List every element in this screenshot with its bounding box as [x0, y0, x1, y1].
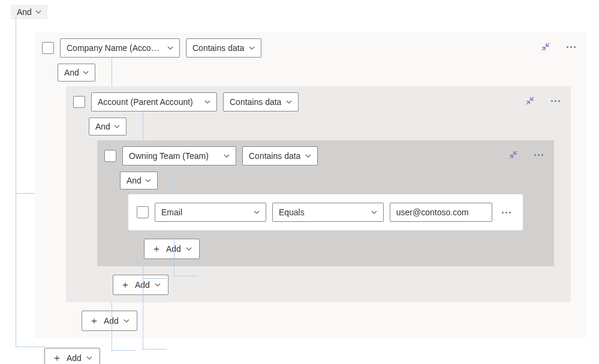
card-actions-level1 — [537, 38, 579, 55]
plus-icon: ＋ — [121, 280, 130, 290]
plus-icon: ＋ — [89, 316, 99, 326]
group-operator-dropdown[interactable]: And — [120, 172, 158, 189]
chevron-down-icon — [145, 178, 151, 183]
add-button[interactable]: ＋ Add — [44, 348, 100, 364]
field-dropdown[interactable]: Owning Team (Team) — [122, 146, 236, 166]
connector-line — [143, 349, 167, 350]
condition-row-level4: Email Equals user@contoso.com — [137, 203, 514, 222]
row-checkbox[interactable] — [42, 42, 54, 54]
group-operator-label: And — [64, 68, 79, 77]
root-operator-label: And — [17, 7, 32, 17]
chevron-down-icon — [155, 282, 161, 288]
condition-row-level2: Account (Parent Account) Contains data — [73, 92, 564, 112]
group-operator-dropdown[interactable]: And — [89, 118, 127, 136]
connector-line — [16, 347, 46, 347]
group-operator-label: And — [127, 176, 142, 185]
more-icon — [551, 100, 560, 102]
connector-line — [16, 17, 16, 347]
row-checkbox[interactable] — [73, 96, 85, 108]
chevron-down-icon — [305, 153, 311, 159]
chevron-down-icon — [224, 153, 230, 159]
more-icon — [567, 46, 576, 48]
condition-label: Contains data — [192, 43, 244, 53]
condition-label: Contains data — [249, 151, 300, 161]
add-label: Add — [67, 353, 82, 363]
condition-dropdown[interactable]: Contains data — [242, 146, 318, 166]
chevron-down-icon — [35, 9, 41, 15]
chevron-down-icon — [286, 99, 292, 105]
condition-dropdown[interactable]: Contains data — [223, 92, 299, 112]
connector-line — [16, 193, 35, 194]
more-button[interactable] — [547, 92, 564, 109]
chevron-down-icon — [254, 209, 260, 215]
chevron-down-icon — [124, 318, 130, 324]
chevron-down-icon — [204, 99, 210, 105]
add-row-level1: ＋ Add — [82, 311, 579, 331]
condition-label: Contains data — [230, 97, 281, 107]
value-text: user@contoso.com — [396, 207, 469, 217]
field-dropdown[interactable]: Email — [155, 203, 266, 222]
condition-card-level4: Email Equals user@contoso.com — [128, 194, 523, 230]
group-operator-label: And — [95, 122, 110, 131]
chevron-down-icon — [114, 124, 120, 130]
root-operator-dropdown[interactable]: And — [11, 5, 47, 19]
chevron-down-icon — [249, 45, 255, 51]
group-card-level3: Owning Team (Team) Contains data And — [97, 140, 554, 266]
operator-label: Equals — [279, 207, 305, 217]
row-checkbox[interactable] — [137, 206, 149, 218]
group-operator-dropdown[interactable]: And — [58, 64, 95, 82]
card-actions-level2 — [522, 92, 564, 109]
collapse-icon[interactable] — [537, 38, 554, 55]
more-icon — [534, 154, 543, 156]
row-checkbox[interactable] — [104, 150, 116, 162]
filter-builder: And Company Name (Accou... Contains data — [0, 0, 599, 364]
connector-line — [112, 350, 136, 351]
chevron-down-icon — [371, 209, 377, 215]
chevron-down-icon — [186, 246, 192, 252]
card-actions-level3 — [505, 146, 547, 163]
collapse-icon[interactable] — [505, 146, 522, 163]
add-row-level2: ＋ Add — [113, 275, 564, 295]
connector-line — [143, 278, 167, 279]
more-icon — [502, 212, 511, 213]
more-button[interactable] — [530, 146, 547, 163]
group-card-level1: Company Name (Accou... Contains data And — [35, 32, 586, 338]
group-card-level2: Account (Parent Account) Contains data A… — [66, 86, 571, 302]
plus-icon: ＋ — [152, 244, 161, 254]
operator-dropdown[interactable]: Equals — [272, 203, 384, 222]
field-dropdown[interactable]: Company Name (Accou... — [60, 38, 180, 58]
field-label: Owning Team (Team) — [129, 151, 209, 161]
add-button[interactable]: ＋ Add — [144, 239, 200, 259]
connector-line — [174, 276, 198, 276]
condition-dropdown[interactable]: Contains data — [186, 38, 261, 58]
add-row-level3: ＋ Add — [144, 239, 547, 259]
field-label: Company Name (Accou... — [67, 43, 162, 53]
chevron-down-icon — [167, 45, 173, 51]
plus-icon: ＋ — [52, 353, 62, 363]
field-dropdown[interactable]: Account (Parent Account) — [91, 92, 217, 112]
field-label: Account (Parent Account) — [98, 97, 193, 107]
collapse-icon[interactable] — [522, 92, 538, 109]
condition-row-level1: Company Name (Accou... Contains data — [42, 38, 579, 58]
condition-row-level3: Owning Team (Team) Contains data — [104, 146, 547, 166]
more-button[interactable] — [562, 38, 579, 55]
more-button[interactable] — [498, 204, 514, 221]
chevron-down-icon — [86, 355, 92, 361]
value-input[interactable]: user@contoso.com — [390, 203, 493, 222]
field-label: Email — [161, 207, 182, 217]
chevron-down-icon — [83, 70, 89, 76]
add-button[interactable]: ＋ Add — [82, 311, 137, 331]
